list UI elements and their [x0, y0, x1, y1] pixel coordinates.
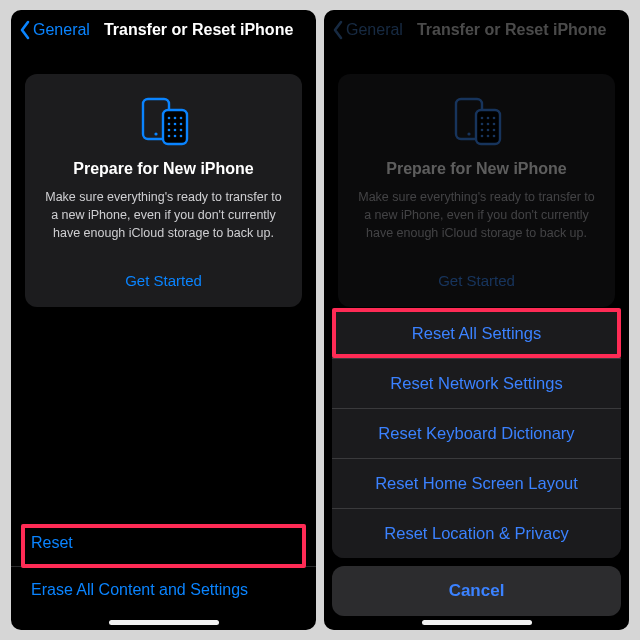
svg-point-9: [167, 129, 170, 132]
phone-right: General Transfer or Reset iPhone: [324, 10, 629, 630]
reset-all-settings-option[interactable]: Reset All Settings: [332, 308, 621, 358]
reset-network-option[interactable]: Reset Network Settings: [332, 358, 621, 408]
svg-point-11: [179, 129, 182, 132]
svg-point-10: [173, 129, 176, 132]
phone-left: General Transfer or Reset iPhone: [11, 10, 316, 630]
back-label: General: [33, 21, 90, 39]
svg-point-1: [154, 132, 157, 135]
svg-point-14: [179, 135, 182, 138]
reset-keyboard-option[interactable]: Reset Keyboard Dictionary: [332, 408, 621, 458]
reset-home-screen-option[interactable]: Reset Home Screen Layout: [332, 458, 621, 508]
chevron-left-icon: [19, 20, 31, 40]
nav-title: Transfer or Reset iPhone: [104, 21, 293, 39]
devices-icon: [39, 96, 288, 146]
home-indicator: [109, 620, 219, 625]
svg-point-8: [179, 123, 182, 126]
erase-row[interactable]: Erase All Content and Settings: [11, 566, 316, 612]
svg-point-13: [173, 135, 176, 138]
prepare-card: Prepare for New iPhone Make sure everyth…: [25, 74, 302, 307]
svg-point-6: [167, 123, 170, 126]
svg-point-12: [167, 135, 170, 138]
card-title: Prepare for New iPhone: [39, 160, 288, 178]
nav-bar: General Transfer or Reset iPhone: [11, 10, 316, 50]
reset-action-sheet: Reset All Settings Reset Network Setting…: [332, 308, 621, 616]
svg-point-4: [173, 117, 176, 120]
get-started-button[interactable]: Get Started: [39, 264, 288, 293]
svg-point-7: [173, 123, 176, 126]
svg-rect-2: [163, 110, 187, 144]
card-body: Make sure everything's ready to transfer…: [39, 188, 288, 242]
svg-point-5: [179, 117, 182, 120]
sheet-options-group: Reset All Settings Reset Network Setting…: [332, 308, 621, 558]
bottom-options: Reset Erase All Content and Settings: [11, 520, 316, 612]
reset-row[interactable]: Reset: [11, 520, 316, 566]
back-button[interactable]: General: [19, 20, 90, 40]
cancel-button[interactable]: Cancel: [332, 566, 621, 616]
svg-point-3: [167, 117, 170, 120]
home-indicator: [422, 620, 532, 625]
reset-location-privacy-option[interactable]: Reset Location & Privacy: [332, 508, 621, 558]
